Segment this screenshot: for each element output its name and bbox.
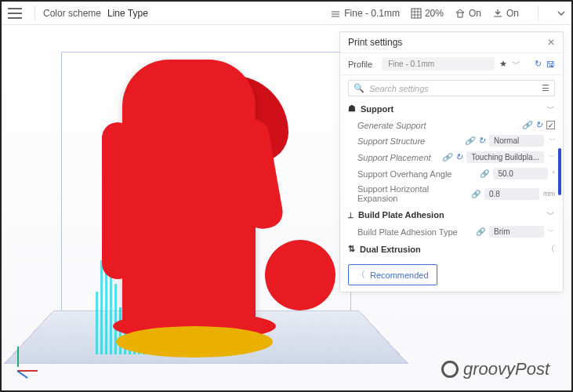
chevron-down-icon: ﹀ [546, 209, 555, 220]
adhesion-type-label: Build Plate Adhesion Type [357, 227, 458, 237]
link-icon[interactable]: 🔗 [522, 121, 531, 129]
profile-dropdown[interactable]: Fine - 0.1mm [382, 57, 495, 71]
svg-rect-0 [412, 9, 421, 18]
chevron-down-icon[interactable]: ﹀ [548, 152, 555, 162]
close-icon[interactable]: ✕ [547, 37, 555, 48]
scrollbar[interactable] [558, 148, 561, 195]
overhang-angle-input[interactable]: 50.0 [493, 168, 548, 180]
link-icon[interactable]: 🔗 [476, 227, 485, 236]
search-input[interactable]: 🔍 Search settings ☰ [348, 80, 555, 96]
support-structure-dropdown[interactable]: Normal [489, 135, 544, 147]
support-icon: ☗ [348, 103, 356, 114]
link-icon[interactable]: 🔗 [442, 153, 452, 162]
quality-selector[interactable]: Fine - 0.1mm [330, 8, 400, 19]
support-placement-dropdown[interactable]: Touching Buildpla... [466, 151, 544, 163]
search-icon: 🔍 [354, 83, 364, 93]
chevron-down-icon[interactable] [557, 9, 565, 17]
section-support[interactable]: ☗ Support ﹀ [340, 100, 563, 118]
recommended-button[interactable]: 〈 Recommended [348, 264, 437, 285]
linetype-dropdown[interactable]: Line Type [107, 8, 148, 19]
section-adhesion[interactable]: ⟂ Build Plate Adhesion ﹀ [340, 205, 563, 223]
chevron-down-icon[interactable]: ﹀ [548, 227, 555, 237]
top-toolbar: Color scheme Line Type Fine - 0.1mm 20% … [2, 2, 571, 25]
watermark: groovyPost [441, 359, 549, 379]
model-preview [100, 60, 312, 358]
chevron-left-icon: 〈 [357, 269, 365, 281]
adhesion-toggle[interactable]: On [492, 8, 519, 19]
axis-indicator [11, 347, 42, 378]
reset-icon[interactable]: ↻ [535, 59, 542, 69]
panel-title: Print settings [348, 37, 402, 48]
menu-icon[interactable] [8, 8, 22, 19]
save-icon[interactable]: 🖫 [546, 60, 555, 69]
chevron-down-icon: ﹀ [546, 103, 555, 114]
reset-icon[interactable]: ↻ [478, 136, 485, 146]
support-toggle[interactable]: On [455, 8, 481, 19]
gear-icon [441, 361, 459, 378]
print-settings-panel: Print settings ✕ Profile Fine - 0.1mm ★ … [339, 31, 564, 292]
horiz-expansion-input[interactable]: 0.8 [484, 188, 539, 200]
settings-menu-icon[interactable]: ☰ [542, 83, 549, 93]
profile-label: Profile [348, 60, 372, 69]
chevron-left-icon: 〈 [546, 243, 555, 255]
generate-support-checkbox[interactable]: ✓ [546, 121, 555, 129]
star-icon[interactable]: ★ [499, 59, 507, 69]
chevron-down-icon[interactable]: ﹀ [512, 58, 520, 70]
generate-support-label: Generate Support [357, 121, 426, 130]
reset-icon[interactable]: ↻ [455, 152, 462, 162]
support-placement-label: Support Placement [357, 153, 431, 162]
support-structure-label: Support Structure [357, 136, 425, 146]
adhesion-icon: ⟂ [348, 210, 354, 220]
link-icon[interactable]: 🔗 [465, 136, 474, 145]
horiz-expansion-label: Support Horizontal Expansion [357, 184, 471, 203]
link-icon[interactable]: 🔗 [480, 169, 489, 178]
chevron-down-icon[interactable]: ﹀ [548, 136, 555, 146]
reset-icon[interactable]: ↻ [535, 120, 542, 130]
section-dual-extrusion[interactable]: ⇅ Dual Extrusion 〈 [340, 240, 563, 258]
dual-extrusion-icon: ⇅ [348, 244, 355, 254]
overhang-angle-label: Support Overhang Angle [357, 169, 452, 179]
link-icon[interactable]: 🔗 [471, 190, 481, 198]
infill-selector[interactable]: 20% [411, 8, 444, 19]
adhesion-type-dropdown[interactable]: Brim [489, 226, 544, 238]
colorscheme-label: Color scheme [43, 8, 101, 19]
